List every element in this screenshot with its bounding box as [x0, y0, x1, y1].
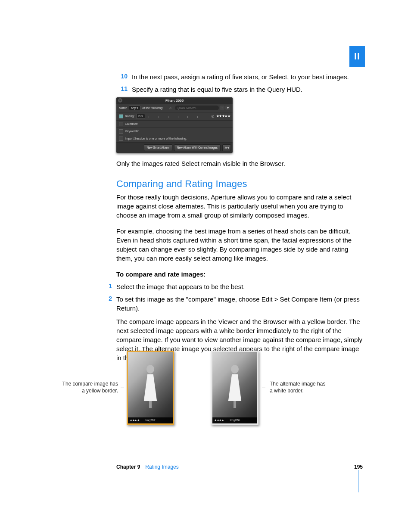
hud-keywords-row: Keywords: [116, 128, 233, 135]
photo-placeholder [128, 352, 173, 423]
thumbnail-caption: ★★★★ Img202 [128, 417, 173, 423]
gear-icon[interactable]: ✲▾ [222, 144, 231, 151]
import-label: Import Session is one or more of the fol… [125, 137, 187, 141]
callout-line [121, 388, 124, 388]
step-number: 10 [116, 72, 128, 81]
step-text: Select the image that appears to be the … [116, 282, 363, 291]
new-album-button[interactable]: New Album With Current Images [174, 144, 221, 151]
match-label: Match [119, 106, 127, 110]
rule-menu-button[interactable]: ▾ [225, 106, 230, 110]
step-1: 1 Select the image that appears to be th… [101, 282, 363, 291]
calendar-checkbox[interactable] [119, 122, 123, 126]
step-2: 2 To set this image as the "compare" ima… [101, 295, 363, 313]
quick-search-input[interactable]: Quick Search… [175, 106, 219, 111]
step-number: 1 [101, 282, 112, 291]
rating-stars: ★★★★★ [216, 114, 230, 118]
calendar-label: Calendar: [125, 122, 138, 126]
callout-line [262, 388, 265, 388]
step-text: Specify a rating that is equal to five s… [132, 85, 363, 94]
hud-title-bar: × Filter: 2005 [116, 97, 233, 104]
rating-checkbox[interactable] [119, 114, 123, 118]
step-text: To set this image as the "compare" image… [116, 295, 363, 313]
step-10: 10 In the next pass, assign a rating of … [116, 72, 363, 81]
of-following-label: of the following: [142, 106, 163, 110]
hud-calendar-row: Calendar: [116, 121, 233, 128]
rating-slider[interactable] [147, 115, 209, 118]
callout-left: The compare image has a yellow border. [52, 381, 120, 394]
keywords-label: Keywords: [125, 129, 139, 134]
step-number: 2 [101, 295, 112, 313]
step-text: In the next pass, assign a rating of fiv… [132, 72, 363, 81]
add-rule-button[interactable]: + [220, 106, 224, 110]
step-11: 11 Specify a rating that is equal to fiv… [116, 85, 363, 94]
alternate-thumbnail: ★★★★ Img206 [211, 351, 258, 425]
thumbnail-label: Img206 [212, 418, 257, 423]
unrated-icon: ⊘ [211, 114, 215, 119]
chapter-title: Rating Images [145, 464, 178, 471]
part-badge: II [349, 46, 365, 67]
thumbnails: ★★★★ Img202 ★★★★ Img206 [127, 351, 258, 425]
compare-thumbnail: ★★★★ Img202 [127, 351, 174, 425]
main-content: 10 In the next pass, assign a rating of … [116, 72, 363, 369]
footer-accent-bar [358, 470, 358, 492]
new-smart-album-button[interactable]: New Smart Album [144, 144, 172, 151]
hud-button-bar: New Smart Album New Album With Current I… [116, 143, 233, 153]
keywords-checkbox[interactable] [119, 129, 123, 134]
page-footer: Chapter 9 Rating Images 195 [116, 464, 363, 471]
chapter-label: Chapter 9 [116, 464, 140, 471]
procedure-heading: To compare and rate images: [116, 270, 363, 279]
match-any-select[interactable]: any ▾ [129, 106, 140, 111]
close-icon[interactable]: × [118, 98, 122, 103]
import-checkbox[interactable] [119, 137, 123, 141]
post-hud-text: Only the images rated Select remain visi… [116, 159, 363, 168]
hud-match-row: Match any ▾ of the following: ⌕ Quick Se… [116, 104, 233, 112]
hud-rating-row: Rating: is ▾ ⊘ ★★★★★ [116, 112, 233, 121]
thumbnail-label: Img202 [128, 418, 173, 423]
section-heading: Comparing and Rating Images [116, 177, 363, 191]
hud-title: Filter: 2005 [165, 99, 184, 103]
photo-placeholder [212, 352, 257, 423]
query-hud: × Filter: 2005 Match any ▾ of the follow… [116, 97, 233, 153]
hud-import-row: Import Session is one or more of the fol… [116, 135, 233, 143]
callout-right: The alternate image has a white border. [270, 381, 325, 394]
thumbnail-caption: ★★★★ Img206 [212, 417, 257, 423]
hud-search-area: ⌕ Quick Search… + ▾ [165, 105, 230, 111]
rating-op-select[interactable]: is ▾ [136, 114, 145, 119]
step-number: 11 [116, 85, 128, 94]
paragraph-1: For those really tough decisions, Apertu… [116, 193, 363, 220]
paragraph-2: For example, choosing the best image fro… [116, 227, 363, 263]
search-icon: ⌕ [169, 105, 171, 111]
rating-label: Rating: [125, 114, 134, 118]
compare-figure: The compare image has a yellow border. ★… [52, 351, 366, 425]
